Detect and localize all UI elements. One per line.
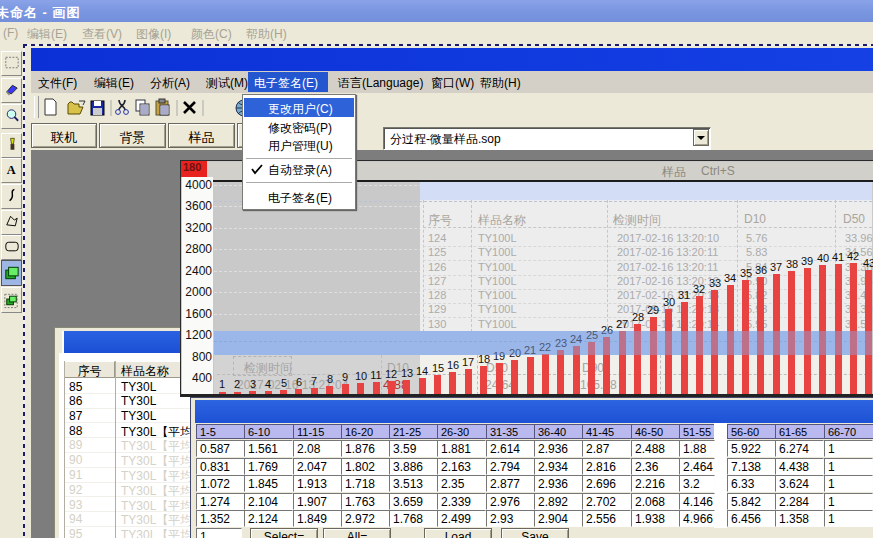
svg-text:A: A bbox=[7, 163, 16, 177]
